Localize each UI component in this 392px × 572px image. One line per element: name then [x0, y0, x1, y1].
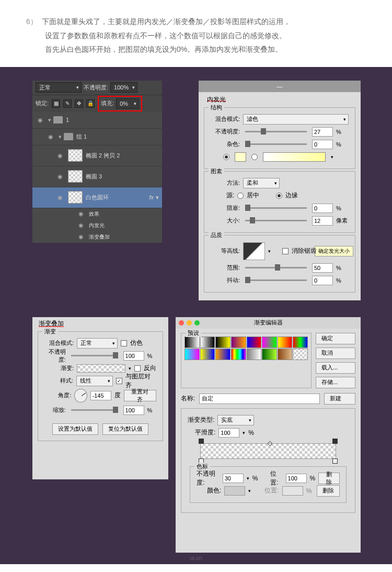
size-input[interactable] — [312, 216, 333, 226]
lock-move-icon[interactable]: ✥ — [75, 99, 83, 108]
opacity-stop-right[interactable] — [332, 439, 338, 444]
preset-swatch[interactable] — [200, 337, 215, 348]
noise-slider[interactable] — [245, 143, 307, 145]
range-slider[interactable] — [245, 267, 307, 268]
layer-folder-group1[interactable]: ◉ ▾ 组 1 — [32, 129, 162, 145]
choke-slider[interactable] — [245, 207, 307, 209]
angle-input[interactable] — [90, 391, 111, 400]
visibility-icon[interactable]: ◉ — [55, 172, 65, 181]
save-button[interactable]: 存储... — [316, 377, 355, 388]
cancel-button[interactable]: 取消 — [316, 347, 355, 359]
blend-mode-select[interactable]: 正常 — [36, 82, 82, 93]
color-stop-right[interactable] — [332, 458, 338, 464]
layer-ellipse2copy2[interactable]: ◉ 椭圆 2 拷贝 2 — [32, 145, 162, 166]
gradient-name-input[interactable] — [199, 394, 320, 404]
effect-inner-glow[interactable]: ◉内发光 — [32, 220, 162, 231]
preset-swatch[interactable] — [247, 337, 262, 348]
preset-swatch[interactable] — [200, 349, 215, 360]
scale-slider[interactable] — [71, 409, 118, 411]
dither-checkbox[interactable] — [121, 340, 127, 346]
layer-ellipse3[interactable]: ◉ 椭圆 3 — [32, 166, 162, 187]
size-slider[interactable] — [245, 220, 307, 221]
align-checkbox[interactable] — [116, 378, 122, 384]
lock-brush-icon[interactable]: ✎ — [63, 99, 72, 108]
elements-fieldset: 图素 方法:柔和 源:居中边缘 阻塞:% 大小:像素 — [204, 171, 355, 233]
preset-swatch[interactable] — [278, 337, 293, 348]
preset-swatch[interactable] — [231, 349, 246, 360]
visibility-icon[interactable]: ◉ — [55, 151, 65, 160]
jitter-slider[interactable] — [245, 279, 307, 281]
glow-color-swatch[interactable] — [235, 152, 246, 162]
load-button[interactable]: 载入... — [316, 362, 355, 374]
method-select[interactable]: 柔和 — [243, 178, 280, 188]
preset-swatch[interactable] — [293, 337, 308, 348]
layer-thumbnail — [68, 149, 83, 162]
preset-swatch[interactable] — [247, 349, 262, 360]
new-button[interactable]: 新建 — [324, 393, 355, 405]
delete-color-stop-button[interactable]: 删除 — [317, 485, 340, 497]
contour-picker[interactable] — [243, 242, 265, 260]
preset-swatch[interactable] — [215, 337, 230, 348]
gradient-radio[interactable] — [251, 154, 258, 160]
gradient-ramp[interactable] — [200, 443, 336, 459]
effects-row[interactable]: ◉效果 — [32, 208, 162, 220]
step-number: 6） — [26, 17, 38, 26]
preset-swatch[interactable] — [293, 349, 308, 360]
glow-gradient-swatch[interactable] — [263, 152, 326, 162]
noise-input[interactable] — [312, 140, 333, 149]
scale-input[interactable] — [123, 406, 144, 415]
visibility-icon[interactable]: ◉ — [55, 193, 65, 202]
smooth-input[interactable] — [218, 428, 239, 438]
blend-mode-select[interactable]: 滤色 — [243, 114, 349, 125]
close-dot[interactable] — [179, 320, 184, 326]
preset-swatch[interactable] — [278, 349, 293, 360]
ok-button[interactable]: 确定 — [316, 333, 355, 344]
preset-swatch[interactable] — [185, 337, 200, 348]
visibility-icon[interactable]: ◉ — [46, 132, 55, 141]
fill-highlight: 填充: 0% — [98, 96, 142, 111]
lock-all-icon[interactable]: 🔒 — [86, 99, 95, 108]
reverse-checkbox[interactable] — [134, 365, 141, 372]
visibility-icon[interactable]: ◉ — [36, 115, 45, 125]
opacity-input[interactable] — [123, 351, 144, 361]
reset-align-button[interactable]: 重置对齐 — [124, 390, 156, 401]
opacity-slider[interactable] — [245, 131, 307, 132]
preset-swatch[interactable] — [215, 349, 230, 360]
opacity-stop-left[interactable] — [199, 439, 204, 444]
stop-opacity-input[interactable] — [223, 474, 244, 483]
opacity-select[interactable]: 100% — [110, 82, 137, 93]
center-radio[interactable] — [237, 193, 244, 199]
reset-default-button[interactable]: 复位为默认值 — [102, 423, 148, 435]
midpoint-icon[interactable] — [268, 441, 273, 446]
fill-select[interactable]: 0% — [116, 98, 139, 109]
preset-swatch[interactable] — [231, 337, 246, 348]
stop-location-input[interactable] — [286, 474, 307, 483]
delete-opacity-stop-button[interactable]: 删除 — [318, 473, 340, 484]
set-default-button[interactable]: 设置为默认值 — [52, 423, 98, 435]
jitter-input[interactable] — [312, 276, 333, 285]
style-select[interactable]: 线性 — [76, 376, 113, 386]
opacity-input[interactable] — [312, 127, 333, 137]
inner-glow-panel: — 内发光 结构 混合模式:滤色 不透明度:% 杂色:% ▾ 图素 方法:柔和 … — [199, 81, 361, 300]
range-input[interactable] — [312, 263, 333, 273]
choke-input[interactable] — [312, 204, 333, 213]
lock-transparency-icon[interactable]: ▦ — [52, 99, 60, 108]
layer-white-ring[interactable]: ◉ 白色圆环 fx ▾ — [32, 187, 162, 208]
preset-swatch[interactable] — [185, 349, 200, 360]
edge-radio[interactable] — [276, 193, 282, 199]
opacity-slider[interactable] — [71, 355, 118, 356]
antialias-checkbox[interactable] — [282, 248, 289, 254]
gradient-type-select[interactable]: 实底 — [217, 415, 254, 425]
layer-folder-1[interactable]: ◉ ▾ 1 — [32, 112, 162, 129]
preset-swatch[interactable] — [262, 337, 277, 348]
preset-swatch[interactable] — [262, 349, 277, 360]
color-radio[interactable] — [223, 154, 229, 160]
stop-color-swatch[interactable] — [224, 486, 245, 496]
angle-dial[interactable] — [74, 389, 87, 402]
blend-mode-select[interactable]: 正常 — [77, 338, 118, 349]
preset-grid — [185, 337, 308, 360]
max-dot[interactable] — [194, 320, 200, 326]
gradient-bar[interactable] — [77, 364, 125, 373]
effect-gradient-overlay[interactable]: ◉渐变叠加 — [32, 231, 162, 243]
min-dot[interactable] — [187, 320, 192, 326]
